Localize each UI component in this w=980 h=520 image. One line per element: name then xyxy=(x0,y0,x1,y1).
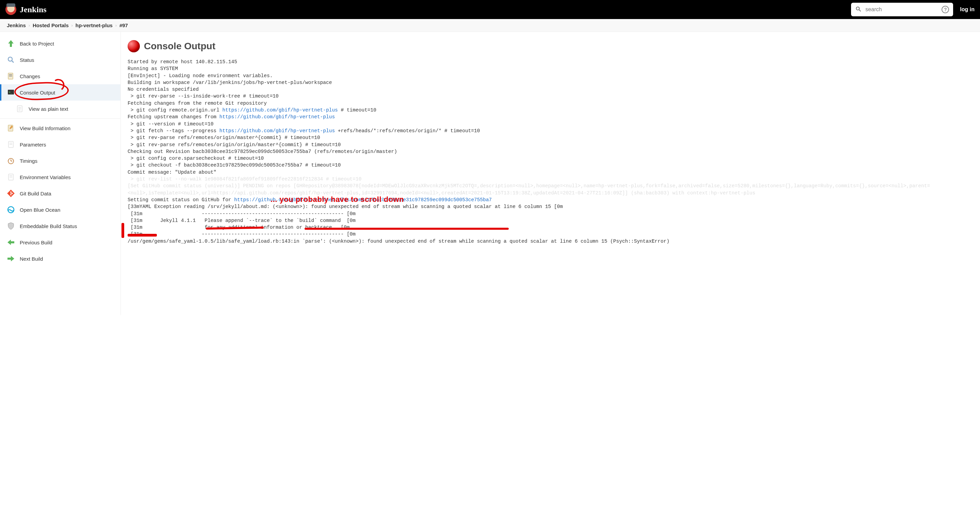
sidebar-label: Git Build Data xyxy=(20,191,51,197)
annotation-underline xyxy=(372,228,509,230)
git-icon xyxy=(7,189,15,197)
breadcrumb: Jenkins › Hosted Portals › hp-vertnet-pl… xyxy=(0,19,980,32)
git-repo-link[interactable]: https://github.com/gbif/hp-vertnet-plus xyxy=(220,128,335,133)
arrow-left-icon xyxy=(7,238,15,246)
sidebar-label: Back to Project xyxy=(20,41,54,46)
sidebar-label: View as plain text xyxy=(29,106,68,112)
sidebar-label: Next Build xyxy=(20,256,43,262)
page-title: Console Output xyxy=(144,41,215,52)
sidebar-item-blue-ocean[interactable]: Open Blue Ocean xyxy=(0,201,121,218)
magnify-icon xyxy=(7,56,15,64)
help-icon[interactable]: ? xyxy=(942,6,949,13)
chevron-right-icon: › xyxy=(72,23,73,28)
sidebar-label: Status xyxy=(20,57,34,63)
jenkins-logo[interactable]: Jenkins xyxy=(5,4,47,15)
sidebar-label: Parameters xyxy=(20,142,46,147)
svg-line-1 xyxy=(12,61,14,63)
chevron-right-icon: › xyxy=(29,23,30,28)
sidebar-item-console-output[interactable]: >_ Console Output xyxy=(0,84,121,101)
login-link[interactable]: log in xyxy=(960,6,975,13)
arrow-right-icon xyxy=(7,255,15,263)
breadcrumb-job[interactable]: hp-vertnet-plus xyxy=(76,22,113,28)
search-input[interactable] xyxy=(865,6,939,13)
breadcrumb-jenkins[interactable]: Jenkins xyxy=(7,22,26,28)
breadcrumb-hosted-portals[interactable]: Hosted Portals xyxy=(33,22,69,28)
sidebar-item-git-build-data[interactable]: Git Build Data xyxy=(0,185,121,201)
search-icon xyxy=(855,6,862,14)
document-icon xyxy=(7,140,15,149)
arrow-up-icon xyxy=(7,40,15,48)
terminal-icon: >_ xyxy=(7,88,15,97)
git-repo-link[interactable]: https://github.com/gbif/hp-vertnet-plus xyxy=(222,108,337,113)
svg-point-0 xyxy=(8,57,12,61)
edit-doc-icon xyxy=(7,124,15,132)
svg-rect-4 xyxy=(9,76,12,76)
sidebar-label: Console Output xyxy=(20,90,55,95)
git-repo-link[interactable]: https://github.com/gbif/hp-vertnet-plus xyxy=(220,114,335,120)
sidebar-item-embed-status[interactable]: Embeddable Build Status xyxy=(0,218,121,234)
jenkins-logo-icon xyxy=(5,4,16,15)
sidebar-label: Environment Variables xyxy=(20,174,71,180)
document-icon xyxy=(7,173,15,181)
sidebar-label: Timings xyxy=(20,158,37,164)
sidebar-label: Open Blue Ocean xyxy=(20,207,60,213)
document-icon xyxy=(16,105,24,113)
sidebar-label: View Build Information xyxy=(20,125,70,131)
shield-icon xyxy=(7,222,15,230)
sidebar-item-build-info[interactable]: View Build Information xyxy=(0,120,121,136)
sidebar-item-env-vars[interactable]: Environment Variables xyxy=(0,169,121,185)
sidebar-item-previous-build[interactable]: Previous Build xyxy=(0,234,121,250)
svg-text:>_: >_ xyxy=(9,91,12,94)
sidebar-label: Changes xyxy=(20,73,40,79)
clock-icon xyxy=(7,157,15,165)
blue-ocean-icon xyxy=(7,206,15,214)
jenkins-logo-text: Jenkins xyxy=(20,5,47,14)
breadcrumb-build[interactable]: #97 xyxy=(119,22,128,28)
top-bar: Jenkins ? log in xyxy=(0,0,980,19)
sidebar-item-changes[interactable]: Changes xyxy=(0,68,121,84)
changes-icon xyxy=(7,72,15,80)
sidebar-item-view-plain-text[interactable]: View as plain text xyxy=(0,101,121,117)
sidebar-item-back[interactable]: Back to Project xyxy=(0,35,121,52)
sidebar: Back to Project Status Changes >_ Consol… xyxy=(0,32,121,315)
chevron-right-icon: › xyxy=(115,23,117,28)
search-box[interactable]: ? xyxy=(851,3,953,16)
sidebar-item-parameters[interactable]: Parameters xyxy=(0,136,121,152)
sidebar-label: Embeddable Build Status xyxy=(20,223,77,229)
annotation-red-bar xyxy=(121,223,124,238)
svg-line-25 xyxy=(11,193,12,193)
annotation-underline xyxy=(127,234,157,236)
build-status-failed-icon xyxy=(127,40,140,52)
main-content: Console Output Started by remote host 14… xyxy=(121,32,980,315)
console-output: Started by remote host 140.82.115.145 Ru… xyxy=(127,59,973,307)
sidebar-item-status[interactable]: Status xyxy=(0,52,121,68)
svg-rect-3 xyxy=(9,75,12,75)
sidebar-item-timings[interactable]: Timings xyxy=(0,152,121,169)
sidebar-label: Previous Build xyxy=(20,239,52,246)
annotation-scroll-hint: ... you probably have to scroll down xyxy=(270,194,404,205)
sidebar-item-next-build[interactable]: Next Build xyxy=(0,250,121,267)
